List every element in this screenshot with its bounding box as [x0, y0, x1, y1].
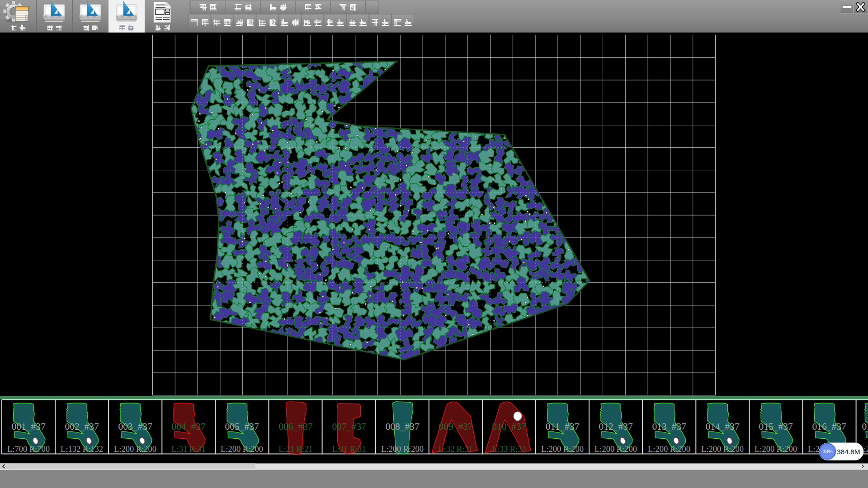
svg-text:384.8M: 384.8M [837, 448, 860, 455]
svg-text:L:132 R:132: L:132 R:132 [61, 445, 103, 454]
svg-text:016_#37: 016_#37 [812, 421, 846, 432]
svg-text:007_#37: 007_#37 [332, 421, 366, 432]
svg-text:003_#37: 003_#37 [118, 421, 152, 432]
svg-text:002_#37: 002_#37 [65, 421, 99, 432]
svg-text:L:21 R:21: L:21 R:21 [278, 445, 313, 454]
svg-text:006_#37: 006_#37 [278, 421, 313, 432]
svg-text:L:200 R:200: L:200 R:200 [701, 445, 744, 454]
svg-text:L:200 R:200: L:200 R:200 [594, 445, 637, 454]
svg-text:L:200 R:200: L:200 R:200 [221, 445, 263, 454]
svg-text:010_#37: 010_#37 [492, 421, 526, 432]
svg-text:012_#37: 012_#37 [599, 421, 633, 432]
svg-text:L:200 R:200: L:200 R:200 [381, 445, 424, 454]
svg-text:L:33 R:33: L:33 R:33 [492, 445, 526, 454]
svg-text:38%: 38% [822, 449, 832, 454]
svg-text:L:200 R:200: L:200 R:200 [114, 445, 156, 454]
svg-text:005_#37: 005_#37 [225, 421, 259, 432]
svg-text:L:700 R:700: L:700 R:700 [7, 445, 50, 454]
svg-text:004_#37: 004_#37 [171, 421, 206, 432]
svg-text:001_#37: 001_#37 [11, 421, 46, 432]
svg-text:L:200 R:200: L:200 R:200 [755, 445, 797, 454]
svg-text:011_#37: 011_#37 [546, 421, 580, 432]
svg-text:009_#37: 009_#37 [439, 421, 473, 432]
svg-text:L:200 R:200: L:200 R:200 [541, 445, 584, 454]
svg-text:L:31 R:31: L:31 R:31 [332, 445, 366, 454]
svg-text:L:31 R:31: L:31 R:31 [171, 445, 206, 454]
svg-text:017_#37: 017_#37 [862, 421, 868, 432]
svg-text:014_#37: 014_#37 [705, 421, 740, 432]
svg-text:015_#37: 015_#37 [759, 421, 793, 432]
svg-text:013_#37: 013_#37 [652, 421, 686, 432]
svg-text:L:200 R:200: L:200 R:200 [648, 445, 690, 454]
svg-text:L:32 R:31: L:32 R:31 [439, 445, 473, 454]
svg-text:008_#37: 008_#37 [385, 421, 420, 432]
